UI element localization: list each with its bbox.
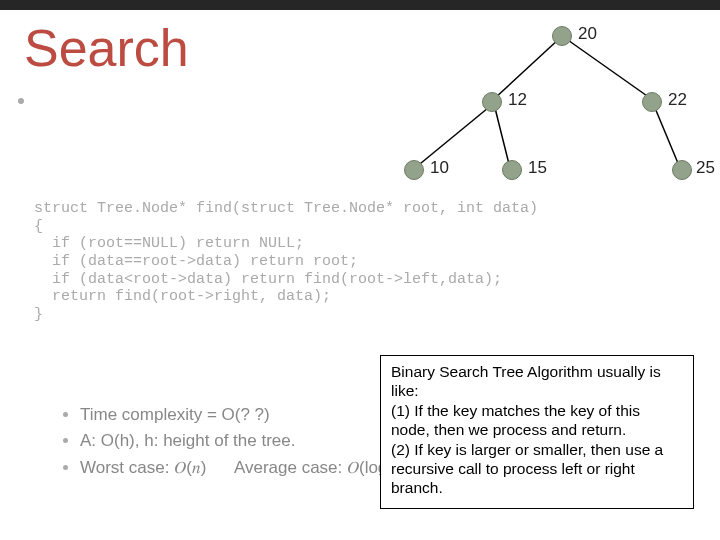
list-item: A: O(h), h: height of the tree. (80, 428, 412, 454)
svg-line-3 (495, 108, 510, 168)
code-line: { (34, 218, 43, 235)
callout-line: (1) If the key matches the key of this n… (391, 401, 683, 440)
tree-node-label: 25 (696, 158, 715, 178)
list-item: Worst case: 𝑂(𝑛) Average case: 𝑂(log₂ 𝑛) (80, 455, 412, 481)
tree-node (552, 26, 572, 46)
tree-node-label: 20 (578, 24, 597, 44)
callout-line: Binary Search Tree Algorithm usually is … (391, 362, 683, 401)
code-line: if (data==root->data) return root; (34, 253, 358, 270)
bst-diagram: 20 12 22 10 15 25 (380, 16, 710, 206)
list-item: Time complexity = O(? ?) (80, 402, 412, 428)
callout-line: (2) If key is larger or smaller, then us… (391, 440, 683, 498)
code-line: if (data<root->data) return find(root->l… (34, 271, 502, 288)
tree-node-label: 12 (508, 90, 527, 110)
tree-node (482, 92, 502, 112)
svg-line-2 (415, 108, 488, 168)
bullet-text-worst: Worst case: 𝑂(𝑛) (80, 458, 206, 477)
tree-node (502, 160, 522, 180)
tree-node (642, 92, 662, 112)
svg-line-1 (565, 38, 650, 98)
svg-line-0 (495, 38, 560, 98)
code-line: if (root==NULL) return NULL; (34, 235, 304, 252)
tree-node-label: 15 (528, 158, 547, 178)
code-snippet: struct Tree.Node* find(struct Tree.Node*… (34, 200, 538, 324)
tree-node-label: 22 (668, 90, 687, 110)
bullet-marker (18, 98, 24, 104)
code-line: return find(root->right, data); (34, 288, 331, 305)
svg-line-4 (655, 108, 680, 168)
tree-node (404, 160, 424, 180)
bullet-text: Time complexity = O(? ?) (80, 405, 270, 424)
code-line: struct Tree.Node* find(struct Tree.Node*… (34, 200, 538, 217)
bullet-text: A: O(h), h: height of the tree. (80, 431, 295, 450)
complexity-bullets: Time complexity = O(? ?) A: O(h), h: hei… (24, 402, 412, 481)
tree-node (672, 160, 692, 180)
algorithm-callout: Binary Search Tree Algorithm usually is … (380, 355, 694, 509)
tree-node-label: 10 (430, 158, 449, 178)
code-line: } (34, 306, 43, 323)
top-accent-bar (0, 0, 720, 10)
